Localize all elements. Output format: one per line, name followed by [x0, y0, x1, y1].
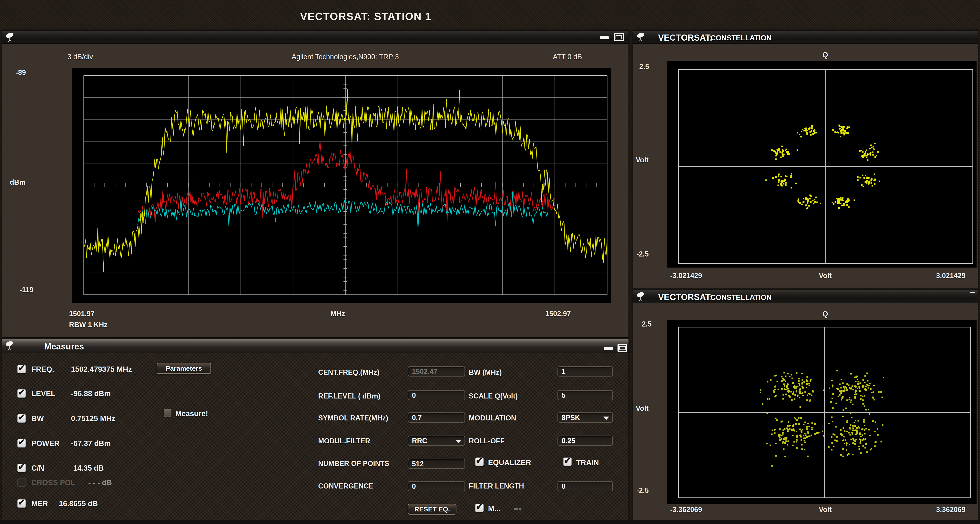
satellite-dish-icon: [636, 32, 647, 43]
scaleq-input[interactable]: 5: [557, 390, 613, 400]
rolloff-input[interactable]: 0.25: [557, 435, 613, 446]
check-icon: ✔: [476, 502, 483, 512]
y-unit-label: Volt: [636, 404, 649, 413]
scaleq-label: SCALE Q(Volt): [469, 392, 518, 400]
measure-checkbox[interactable]: [164, 409, 172, 417]
train-checkbox[interactable]: ✔: [563, 457, 572, 466]
level-checkbox[interactable]: ✔: [17, 389, 26, 398]
bw-checkbox[interactable]: ✔: [17, 414, 26, 422]
modulfilter-label: MODUL.FILTER: [318, 437, 370, 445]
crosspol-label: CROSS POL: [31, 478, 75, 487]
constellation-plot: [667, 320, 977, 503]
centfreq-input[interactable]: 1502.47: [408, 366, 465, 376]
modulfilter-select[interactable]: RRC: [408, 435, 465, 446]
q-axis-label: Q: [810, 310, 841, 318]
reflevel-input[interactable]: 0: [408, 390, 465, 400]
rbw-label: RBW 1 KHz: [69, 321, 108, 329]
maximize-button[interactable]: [617, 344, 627, 352]
mer-value: 16.8655 dB: [59, 500, 98, 508]
constellation-plot: [667, 61, 977, 267]
spectrum-att-label: ATT 0 dB: [530, 53, 582, 61]
y-axis-top-label: -89: [8, 68, 26, 77]
x-left-label: -3.021429: [670, 272, 702, 280]
spectrum-device-label: Agilent Technologies,N900: TRP 3: [228, 53, 463, 61]
x-unit-label: Volt: [796, 272, 855, 280]
crosspol-value: - - - dB: [88, 478, 112, 487]
constellation-title-sub: CONSTELLATION: [711, 294, 772, 302]
level-value: -96.88 dBm: [71, 389, 111, 398]
bwmhz-input[interactable]: 1: [557, 366, 613, 376]
symbolrate-label: SYMBOL RATE(MHz): [318, 414, 388, 422]
check-icon: ✔: [18, 363, 25, 373]
x-unit-label: Volt: [796, 506, 855, 514]
spectrum-titlebar[interactable]: [2, 31, 628, 44]
y-bottom-label: -2.5: [636, 486, 649, 495]
bw-label: BW: [31, 414, 44, 423]
constellation-plot-bezel: [667, 320, 977, 504]
constellation-titlebar[interactable]: VECTORSAT: CONSTELLATION: [633, 290, 978, 303]
constellation-titlebar[interactable]: VECTORSAT: CONSTELLATION: [633, 31, 978, 44]
filterlength-label: FILTER LENGTH: [469, 482, 524, 490]
cn-label: C/N: [31, 464, 44, 472]
check-icon: ✔: [18, 462, 25, 472]
freq-label: FREQ.: [31, 365, 54, 373]
modulation-label: MODULATION: [469, 414, 516, 422]
spectrum-plot: [72, 68, 611, 303]
minimize-button[interactable]: [600, 36, 609, 39]
freq-checkbox[interactable]: ✔: [17, 365, 26, 373]
centfreq-label: CENT.FREQ.(MHz): [318, 368, 379, 376]
mer-checkbox[interactable]: ✔: [17, 499, 26, 508]
resize-grip-icon[interactable]: [970, 292, 975, 295]
minimize-button[interactable]: [604, 347, 613, 350]
measures-titlebar[interactable]: Measures: [2, 339, 628, 353]
cn-checkbox[interactable]: ✔: [17, 464, 26, 472]
chevron-down-icon: [603, 416, 609, 420]
convergence-label: CONVERGENCE: [318, 482, 374, 490]
rolloff-label: ROLL-OFF: [469, 437, 504, 445]
constellation-title-main: VECTORSAT:: [658, 292, 713, 302]
mer-label: MER: [31, 500, 48, 508]
parameters-button[interactable]: Parameters: [157, 363, 211, 374]
y-top-label: 2.5: [639, 63, 649, 71]
equalizer-checkbox[interactable]: ✔: [475, 457, 484, 466]
level-label: LEVEL: [31, 389, 55, 398]
measure-label: Measure!: [175, 410, 208, 418]
y-axis-unit-label: dBm: [10, 178, 25, 186]
resize-grip-icon[interactable]: [970, 33, 975, 35]
freq-value: 1502.479375 MHz: [71, 365, 132, 373]
equalizer-label: EQUALIZER: [488, 459, 531, 467]
app-title: VECTORSAT: STATION 1: [300, 10, 477, 22]
modulation-value: 8PSK: [562, 414, 580, 422]
modulation-select[interactable]: 8PSK: [557, 413, 613, 422]
crosspol-checkbox[interactable]: [17, 478, 26, 487]
train-label: TRAIN: [576, 459, 599, 467]
measures-title: Measures: [44, 341, 84, 351]
check-icon: ✔: [564, 456, 571, 465]
constellation-title-sub: CONSTELLATION: [711, 34, 772, 42]
check-icon: ✔: [18, 387, 25, 397]
power-checkbox[interactable]: ✔: [17, 439, 26, 448]
check-icon: ✔: [18, 497, 25, 507]
chevron-down-icon: [455, 440, 461, 443]
cn-value: 14.35 dB: [73, 464, 104, 472]
numpoints-label: NUMBER OF POINTS: [318, 459, 389, 468]
reset-eq-button[interactable]: RESET EQ.: [408, 503, 457, 514]
satellite-dish-icon: [5, 340, 16, 351]
maximize-button[interactable]: [614, 33, 624, 41]
x-axis-unit-label: MHz: [279, 310, 397, 318]
bwmhz-label: BW (MHz): [469, 368, 502, 376]
filterlength-input[interactable]: 0: [557, 481, 613, 491]
spectrum-scale-label: 3 dB/div: [67, 53, 93, 61]
m-value: ---: [514, 504, 521, 513]
satellite-dish-icon: [5, 32, 16, 43]
check-icon: ✔: [18, 412, 25, 422]
convergence-input[interactable]: 0: [408, 481, 465, 491]
satellite-dish-icon: [636, 291, 647, 302]
x-right-label: 3.021429: [920, 272, 966, 280]
m-checkbox[interactable]: ✔: [475, 503, 484, 512]
x-axis-right-label: 1502.97: [512, 310, 571, 318]
symbolrate-input[interactable]: 0.7: [408, 413, 465, 422]
q-axis-label: Q: [810, 51, 841, 59]
numpoints-input[interactable]: 512: [408, 459, 465, 469]
x-left-label: -3.362069: [670, 506, 702, 514]
